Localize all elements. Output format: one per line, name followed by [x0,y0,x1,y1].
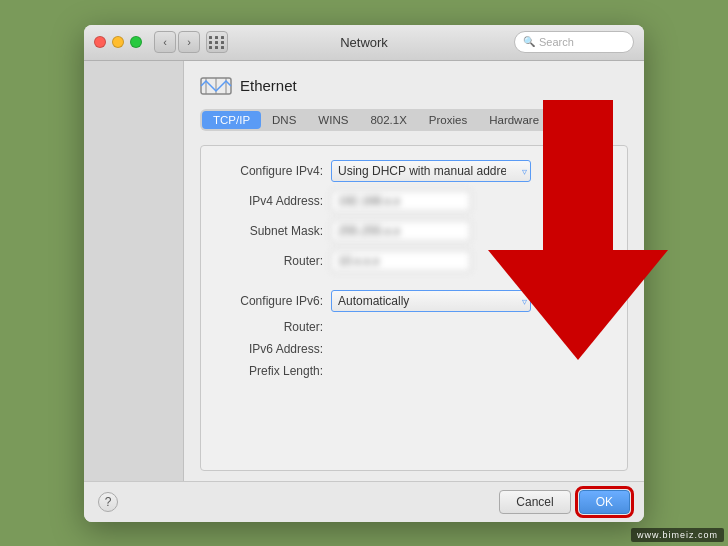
btn-group: Cancel OK [499,490,630,514]
ethernet-icon [200,75,232,97]
ok-button[interactable]: OK [579,490,630,514]
bottom-bar: ? Cancel OK [84,481,644,522]
ipv6-address-row: IPv6 Address: [213,342,615,356]
maximize-button[interactable] [130,36,142,48]
subnet-mask-label: Subnet Mask: [213,224,323,238]
search-placeholder: Search [539,36,574,48]
ipv6-address-label: IPv6 Address: [213,342,323,356]
router-row: Router: [213,250,615,272]
ipv4-address-label: IPv4 Address: [213,194,323,208]
form-area: Configure IPv4: Using DHCP with manual a… [200,145,628,471]
help-button[interactable]: ? [98,492,118,512]
tabs-container: TCP/IP DNS WINS 802.1X Proxies Hardware [200,109,552,131]
configure-ipv6-row: Configure IPv6: Automatically Manually O… [213,290,615,312]
traffic-lights [94,36,142,48]
watermark: www.bimeiz.com [631,528,724,542]
tab-hardware[interactable]: Hardware [478,111,550,129]
configure-ipv6-label: Configure IPv6: [213,294,323,308]
ipv4-address-input[interactable] [331,190,471,212]
content-area: Ethernet TCP/IP DNS WINS 802.1X Proxies … [84,61,644,481]
configure-ipv4-select[interactable]: Using DHCP with manual address Using DHC… [331,160,531,182]
cancel-button[interactable]: Cancel [499,490,570,514]
router-label: Router: [213,254,323,268]
configure-ipv4-select-wrapper: Using DHCP with manual address Using DHC… [331,160,531,182]
minimize-button[interactable] [112,36,124,48]
titlebar: ‹ › Network 🔍 Search [84,25,644,61]
back-button[interactable]: ‹ [154,31,176,53]
prefix-length-label: Prefix Length: [213,364,323,378]
forward-button[interactable]: › [178,31,200,53]
router-input[interactable] [331,250,471,272]
search-bar[interactable]: 🔍 Search [514,31,634,53]
subnet-mask-row: Subnet Mask: [213,220,615,242]
network-window: ‹ › Network 🔍 Search [84,25,644,522]
tab-wins[interactable]: WINS [307,111,359,129]
ethernet-header: Ethernet [200,75,628,97]
configure-ipv4-label: Configure IPv4: [213,164,323,178]
router6-row: Router: [213,320,615,334]
router6-label: Router: [213,320,323,334]
configure-ipv4-row: Configure IPv4: Using DHCP with manual a… [213,160,615,182]
subnet-mask-input[interactable] [331,220,471,242]
window-title: Network [340,35,388,50]
ipv4-address-row: IPv4 Address: [213,190,615,212]
desktop: ‹ › Network 🔍 Search [0,0,728,546]
sidebar [84,61,184,481]
configure-ipv6-select-wrapper: Automatically Manually Off ▿ [331,290,531,312]
tab-tcpip[interactable]: TCP/IP [202,111,261,129]
grid-button[interactable] [206,31,228,53]
main-panel: Ethernet TCP/IP DNS WINS 802.1X Proxies … [184,61,644,481]
close-button[interactable] [94,36,106,48]
tab-dns[interactable]: DNS [261,111,307,129]
configure-ipv6-select[interactable]: Automatically Manually Off [331,290,531,312]
ethernet-title: Ethernet [240,77,297,94]
tab-8021x[interactable]: 802.1X [359,111,417,129]
prefix-length-row: Prefix Length: [213,364,615,378]
nav-arrows: ‹ › [154,31,200,53]
tab-proxies[interactable]: Proxies [418,111,478,129]
search-icon: 🔍 [523,36,535,47]
